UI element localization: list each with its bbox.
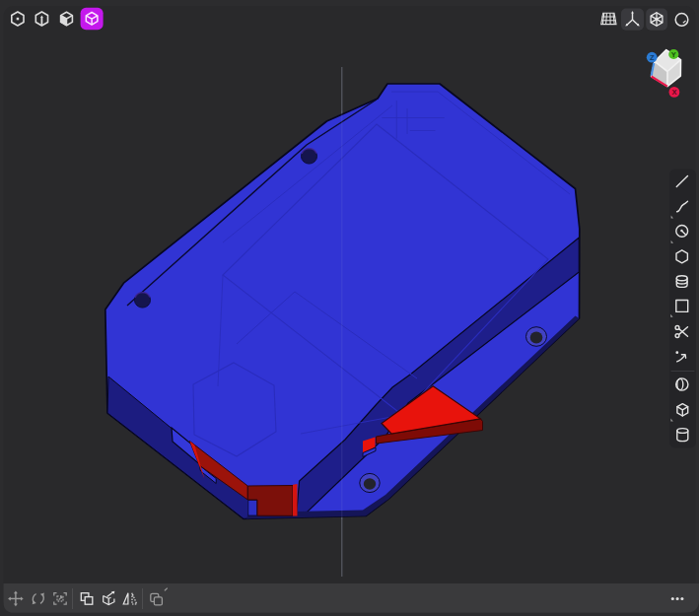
svg-text:Z: Z	[650, 53, 655, 62]
svg-text:X: X	[671, 88, 676, 97]
svg-text:Y: Y	[671, 50, 676, 59]
